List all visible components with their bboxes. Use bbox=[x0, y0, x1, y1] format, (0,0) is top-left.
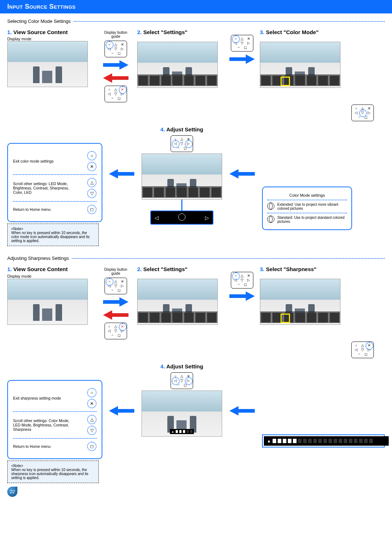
down-icon: ▽ bbox=[87, 426, 97, 435]
header-text: Input Source Settings bbox=[7, 3, 75, 10]
square-icon: ◻ bbox=[87, 205, 97, 214]
note-title: <Note> bbox=[11, 227, 95, 231]
step3-thumbnail bbox=[260, 42, 340, 88]
triangle-icon: ▲ bbox=[267, 438, 271, 443]
section-title-2: Adjusting Sharpness Settings bbox=[7, 255, 385, 261]
note-box-sharpness: <Note> When no key is pressed within 10 … bbox=[7, 461, 99, 483]
sharpness-indicator: ▲ bbox=[170, 429, 194, 434]
info-box-color-mode: Color Mode settings Extended: Use to pro… bbox=[262, 187, 352, 230]
button-guide-s2-4: ○△✕ ◁▽▷ −◻ bbox=[351, 342, 374, 358]
s2-step2-title: 2. Select "Settings" bbox=[137, 266, 224, 272]
step2-thumbnail bbox=[137, 42, 218, 88]
nav-left-icon: ◁ bbox=[155, 215, 159, 221]
step3-label: Select "Color Mode" bbox=[266, 29, 319, 35]
arrow-left-blue-2 bbox=[229, 168, 255, 179]
info-r2: Standard: Use to project standard colore… bbox=[277, 216, 347, 224]
svg-marker-8 bbox=[229, 291, 255, 301]
section-1-label: Selecting Color Mode Settings bbox=[7, 19, 71, 24]
note-box-color: <Note> When no key is pressed within 10 … bbox=[7, 224, 99, 246]
step1-label: View Source Content bbox=[13, 29, 68, 35]
arrow-left-blue-s2b bbox=[229, 405, 255, 416]
step2-label: Select "Settings" bbox=[143, 29, 188, 35]
s2-step3-title: 3. Select "Sharpness" bbox=[260, 266, 347, 272]
step3-title: 3. Select "Color Mode" bbox=[260, 29, 347, 35]
step4-title: 4. Adjust Setting bbox=[160, 126, 203, 132]
guide-label-1: Display button guide bbox=[99, 30, 132, 38]
page-header: Input Source Settings bbox=[0, 0, 392, 13]
step4-num: 4. bbox=[160, 126, 165, 132]
step4-thumbnail bbox=[142, 154, 222, 200]
svg-marker-2 bbox=[229, 54, 255, 64]
info-title: Color Mode settings bbox=[289, 193, 325, 197]
arrow-right-blue-s2b bbox=[229, 291, 255, 302]
up-icon: △ bbox=[87, 178, 97, 187]
color-mode-detail-bar: ◁ ▷ bbox=[150, 210, 213, 225]
legend-r1: Exit color mode settings bbox=[13, 159, 53, 163]
step3-num: 3. bbox=[260, 29, 265, 35]
button-guide-s2-5: ○△✕ ◁▽▷ −◻ bbox=[171, 372, 193, 389]
legend-r3: Return to Home menu bbox=[13, 207, 50, 212]
divider-dots bbox=[72, 258, 385, 259]
svg-marker-10 bbox=[229, 406, 255, 416]
arrow-left-red-s2 bbox=[103, 310, 128, 320]
button-guide-2: ○△✕ ◁▽▷ −◻ bbox=[231, 35, 253, 52]
section-2-label: Adjusting Sharpness Settings bbox=[7, 255, 69, 261]
button-guide-top-1: ○△✕ ◁▽▷ −◻ bbox=[105, 41, 127, 57]
step1-title: 1. View Source Content bbox=[7, 29, 94, 35]
button-guide-s2-2: ○△✕ ◁▽▷ −◻ bbox=[105, 323, 127, 339]
s2-step3-thumbnail bbox=[260, 279, 340, 325]
s2-step1-title: 1. View Source Content bbox=[7, 266, 94, 272]
step1-sub: Display mode bbox=[7, 37, 32, 41]
x-icon: ✕ bbox=[87, 399, 97, 408]
svg-marker-7 bbox=[103, 310, 128, 320]
s2-step4-thumbnail: ▲ bbox=[142, 391, 222, 437]
circle-icon: ○ bbox=[87, 151, 97, 160]
legend-box-color: Exit color mode settings○✕ Scroll other … bbox=[7, 143, 102, 222]
arrow-left-blue-1 bbox=[109, 168, 134, 179]
svg-marker-9 bbox=[109, 406, 134, 416]
button-guide-s2-1: ○△✕ ◁▽▷ −◻ bbox=[105, 278, 127, 294]
down-icon: ▽ bbox=[87, 189, 97, 198]
globe-icon bbox=[267, 216, 274, 223]
s2-step2-thumbnail bbox=[137, 279, 218, 325]
info-r1: Extended: Use to project more vibrant co… bbox=[277, 203, 347, 210]
arrow-right-blue-2 bbox=[229, 54, 255, 65]
button-guide-3: ○△✕ ◁▽▷ −◻ bbox=[351, 105, 374, 121]
s2-step4-title: 4. Adjust Setting bbox=[160, 363, 203, 369]
square-icon: ◻ bbox=[87, 442, 97, 451]
globe-icon bbox=[267, 203, 274, 210]
s2-step1-thumbnail bbox=[7, 279, 88, 325]
button-guide-bottom-1: ○△✕ ◁▽▷ −◻ bbox=[105, 86, 127, 102]
step2-num: 2. bbox=[137, 29, 142, 35]
step1-thumbnail bbox=[7, 41, 88, 87]
circle-icon: ○ bbox=[87, 388, 97, 397]
connector-line bbox=[181, 200, 183, 210]
page-number: 22 bbox=[7, 487, 17, 497]
up-icon: △ bbox=[87, 415, 97, 424]
x-icon: ✕ bbox=[87, 162, 97, 171]
step4-label: Adjust Setting bbox=[166, 126, 203, 132]
arrow-left-red-1 bbox=[103, 73, 128, 83]
arrow-left-blue-s2a bbox=[109, 405, 134, 416]
svg-marker-1 bbox=[103, 73, 128, 83]
button-guide-4: ○△✕ ◁▽▷ −◻ bbox=[171, 135, 193, 152]
highlight-sharpness bbox=[281, 314, 290, 323]
svg-marker-3 bbox=[109, 169, 134, 179]
svg-marker-5 bbox=[229, 169, 255, 179]
note-body: When no key is pressed within 10 seconds… bbox=[11, 231, 95, 243]
svg-marker-6 bbox=[103, 297, 128, 307]
button-guide-s2-3: ○△✕ ◁▽▷ −◻ bbox=[231, 272, 253, 289]
section-title-1: Selecting Color Mode Settings bbox=[7, 19, 385, 24]
divider-dots bbox=[74, 21, 385, 22]
sharpness-bar-detail: ▲ bbox=[262, 434, 385, 447]
arrow-right-blue-1 bbox=[103, 60, 128, 70]
svg-marker-0 bbox=[103, 60, 128, 70]
legend-r2: Scroll other settings: LED Mode, Brightn… bbox=[13, 181, 71, 195]
legend-box-sharpness: Exit sharpness setting mode○✕ Scroll oth… bbox=[7, 380, 102, 459]
highlight-color-mode bbox=[281, 77, 290, 86]
step1-num: 1. bbox=[7, 29, 12, 35]
step2-title: 2. Select "Settings" bbox=[137, 29, 224, 35]
nav-right-icon: ▷ bbox=[205, 215, 209, 221]
arrow-right-blue-s2a bbox=[103, 297, 128, 307]
